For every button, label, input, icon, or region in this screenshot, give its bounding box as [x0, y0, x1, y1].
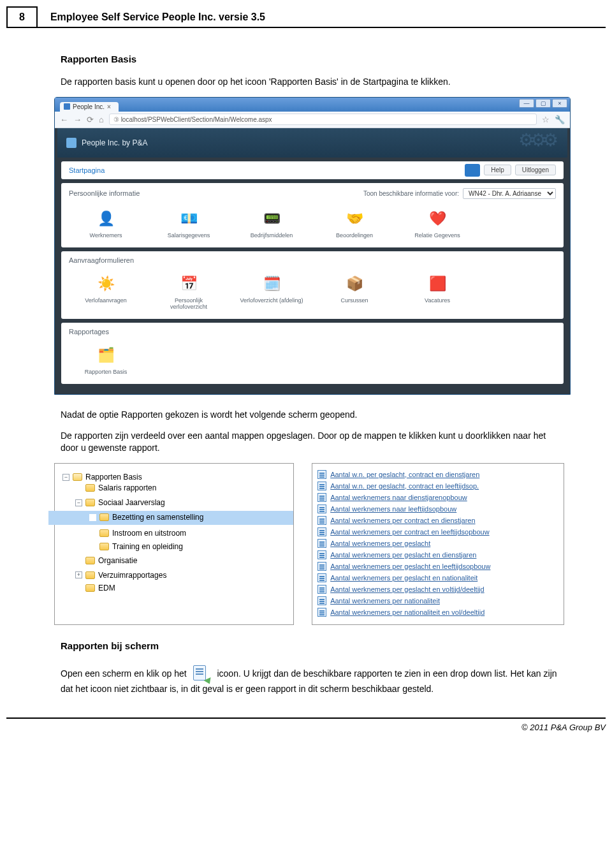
report-link[interactable]: Aantal werknemers per contract en leefti…	[330, 528, 489, 536]
app-icon-glyph: 👤	[74, 209, 138, 228]
tree-item[interactable]: Bezetting en samenstelling	[89, 513, 203, 522]
tree-root[interactable]: − Rapporten Basis	[62, 473, 142, 482]
tree-item-label: Salaris rapporten	[98, 483, 156, 492]
tree-toggle-icon[interactable]: −	[75, 499, 82, 506]
app-icon-label: Verlofoverzicht (afdeling)	[240, 297, 303, 304]
report-link[interactable]: Aantal werknemers naar dienstjarenopbouw	[330, 494, 467, 501]
panel1-icon-item[interactable]: 👤Werknemers	[74, 209, 138, 239]
logout-button[interactable]: Uitloggen	[515, 165, 556, 175]
app-icon-glyph: 💶	[157, 209, 221, 228]
tree-item-label: Bezetting en samenstelling	[112, 513, 203, 522]
report-icon	[317, 504, 326, 513]
report-list-item[interactable]: Aantal werknemers per geslacht en voltij…	[316, 584, 560, 595]
report-list-item[interactable]: Aantal werknemers per contract en leefti…	[316, 526, 560, 538]
report-link[interactable]: Aantal werknemers per geslacht en voltij…	[330, 585, 484, 593]
report-list-item[interactable]: Aantal werknemers per nationaliteit en v…	[316, 607, 560, 618]
report-link[interactable]: Aantal werknemers per geslacht en dienst…	[330, 551, 476, 559]
tree-item[interactable]: Salaris rapporten	[75, 483, 156, 492]
report-list-item[interactable]: Aantal w.n. per geslacht, contract en le…	[316, 480, 560, 492]
report-link[interactable]: Aantal w.n. per geslacht, contract en le…	[330, 482, 479, 490]
tree-item[interactable]: Organisatie	[75, 556, 137, 565]
report-link[interactable]: Aantal werknemers per nationaliteit	[330, 597, 440, 605]
tree-item[interactable]: −Sociaal Jaarverslag	[75, 498, 165, 507]
app-navbar: Startpagina Help Uitloggen	[61, 161, 564, 179]
panel2-icon-item[interactable]: 🟥Vacatures	[405, 274, 469, 310]
report-list-item[interactable]: Aantal werknemers per geslacht en nation…	[316, 572, 560, 584]
bookmark-icon[interactable]: ☆	[542, 115, 550, 124]
window-close-button[interactable]: ×	[552, 99, 567, 108]
report-list-item[interactable]: Aantal w.n. per geslacht, contract en di…	[316, 469, 560, 480]
report-list-item[interactable]: Aantal werknemers per geslacht	[316, 538, 560, 549]
nav-link-startpagina[interactable]: Startpagina	[69, 166, 105, 174]
browser-tab[interactable]: People Inc. ×	[60, 102, 119, 112]
tab-close-icon[interactable]: ×	[107, 103, 111, 110]
help-icon[interactable]	[465, 164, 480, 177]
report-list-item[interactable]: Aantal werknemers per nationaliteit	[316, 595, 560, 607]
reload-icon[interactable]: ⟳	[87, 115, 94, 124]
report-list-item[interactable]: Aantal werknemers naar dienstjarenopbouw	[316, 492, 560, 503]
report-link[interactable]: Aantal w.n. per geslacht, contract en di…	[330, 471, 479, 478]
tree-item-selected[interactable]: Bezetting en samenstelling	[48, 511, 293, 525]
report-link[interactable]: Aantal werknemers per nationaliteit en v…	[330, 608, 484, 616]
app-icon-label: Rapporten Basis	[74, 369, 138, 375]
panel3-icon-row: 🗂️Rapporten Basis	[61, 341, 564, 378]
forward-icon[interactable]: →	[73, 115, 82, 124]
help-button[interactable]: Help	[484, 165, 511, 175]
window-maximize-button[interactable]: ▢	[536, 99, 551, 108]
home-icon[interactable]: ⌂	[99, 115, 104, 124]
tree-item[interactable]: EDM	[75, 584, 115, 592]
back-icon[interactable]: ←	[60, 115, 68, 124]
wrench-icon[interactable]: 🔧	[555, 115, 565, 124]
app-icon-glyph: 🗓️	[240, 274, 303, 293]
panel2-title: Aanvraagformulieren	[69, 256, 134, 264]
panel1-icon-item[interactable]: 📟Bedrijfsmiddelen	[240, 209, 303, 239]
report-link[interactable]: Aantal werknemers per geslacht	[330, 540, 430, 547]
address-bar[interactable]: ③ localhost/PSPWebClient/Section/Main/We…	[109, 114, 537, 125]
app-icon-label: Salarisgegevens	[157, 232, 221, 239]
folder-icon	[85, 484, 95, 492]
window-minimize-button[interactable]: —	[519, 99, 534, 108]
app-icon-label: Relatie Gegevens	[405, 232, 469, 239]
panel2-icon-item[interactable]: 🗓️Verlofoverzicht (afdeling)	[240, 274, 303, 310]
tree-toggle-icon	[75, 584, 82, 591]
panel1-icon-item[interactable]: ❤️Relatie Gegevens	[405, 209, 469, 239]
report-list-item[interactable]: Aantal werknemers naar leeftijdsopbouw	[316, 503, 560, 515]
panel1-title: Persoonlijke informatie	[69, 189, 140, 197]
panel3-icon-item[interactable]: 🗂️Rapporten Basis	[74, 346, 138, 375]
report-link[interactable]: Aantal werknemers per contract en dienst…	[330, 517, 475, 524]
page-header: 8 Employee Self Service People Inc. vers…	[6, 6, 606, 28]
tree-item-label: Sociaal Jaarverslag	[98, 498, 165, 507]
tab-favicon	[64, 103, 70, 110]
tree-item[interactable]: Instroom en uitstroom	[89, 529, 186, 538]
folder-icon	[99, 529, 109, 537]
panel1-icon-item[interactable]: 💶Salarisgegevens	[157, 209, 221, 239]
report-list-item[interactable]: Aantal werknemers per geslacht en leefti…	[316, 561, 560, 572]
folder-icon	[85, 571, 95, 579]
panel1-icon-item[interactable]: 🤝Beoordelingen	[323, 209, 386, 239]
report-icon	[317, 493, 326, 502]
panel2-icon-item[interactable]: 📅Persoonlijk verlofoverzicht	[157, 274, 221, 310]
panel1-filter-select[interactable]: WN42 - Dhr. A. Adriaanse	[463, 188, 556, 199]
panel2-icon-item[interactable]: ☀️Verlofaanvragen	[74, 274, 138, 310]
p3-text-before: Open een scherm en klik op het	[61, 668, 189, 678]
panel2-icon-item[interactable]: 📦Cursussen	[323, 274, 386, 310]
report-list-item[interactable]: Aantal werknemers per contract en dienst…	[316, 515, 560, 526]
tree-toggle-icon[interactable]: −	[62, 474, 69, 481]
app-icon-glyph: ☀️	[74, 274, 138, 293]
report-link[interactable]: Aantal werknemers per geslacht en leefti…	[330, 563, 490, 570]
tree-item[interactable]: +Verzuimrapportages	[75, 571, 166, 580]
tree-item[interactable]: Training en opleiding	[89, 542, 183, 551]
browser-titlebar: People Inc. × — ▢ ×	[55, 98, 570, 112]
report-link[interactable]: Aantal werknemers naar leeftijdsopbouw	[330, 505, 456, 513]
report-list-item[interactable]: Aantal werknemers per geslacht en dienst…	[316, 549, 560, 561]
intro-paragraph: De rapporten basis kunt u openen door op…	[61, 76, 564, 88]
tree-pane: − Rapporten Basis Salaris rapporten−Soci…	[54, 463, 294, 625]
paragraph-after-screenshot-2: De rapporten zijn verdeeld over een aant…	[61, 430, 564, 454]
folder-icon	[85, 499, 95, 506]
tree-item-label: EDM	[98, 584, 115, 592]
report-link[interactable]: Aantal werknemers per geslacht en nation…	[330, 574, 477, 582]
folder-icon	[85, 584, 95, 592]
app-title: People Inc. by P&A	[82, 138, 147, 147]
report-icon	[317, 470, 326, 479]
tree-toggle-icon[interactable]: +	[75, 571, 82, 578]
